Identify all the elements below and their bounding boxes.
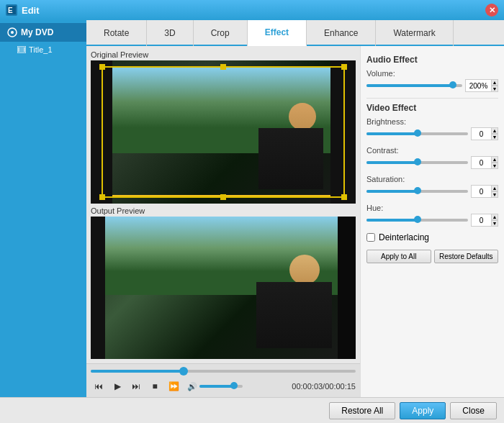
handle-br[interactable] bbox=[341, 194, 347, 200]
sidebar: My DVD Title_1 bbox=[0, 20, 86, 397]
next-frame-button[interactable]: ⏭ bbox=[128, 378, 144, 394]
saturation-label: Saturation: bbox=[366, 175, 498, 183]
restore-all-button[interactable]: Restore All bbox=[329, 402, 395, 419]
tab-enhance[interactable]: Enhance bbox=[307, 20, 376, 46]
hue-spin-down[interactable]: ▼ bbox=[491, 220, 498, 227]
controls-row: ⏮ ▶ ⏭ ■ ⏩ 🔊 00:00:03/00:00:15 bbox=[91, 378, 356, 394]
original-preview-box bbox=[91, 60, 356, 204]
bottom-bar: Restore All Apply Close bbox=[0, 397, 504, 423]
handle-bl[interactable] bbox=[99, 194, 105, 200]
orig-left-bar bbox=[91, 60, 112, 204]
brightness-spin-down[interactable]: ▼ bbox=[491, 134, 498, 140]
volume-slider-track[interactable] bbox=[366, 84, 462, 87]
progress-fill bbox=[91, 370, 184, 373]
playback-area: ⏮ ▶ ⏭ ■ ⏩ 🔊 00:00:03/00:00:15 bbox=[86, 363, 360, 397]
contrast-spin-up[interactable]: ▲ bbox=[491, 156, 498, 163]
deinterlacing-checkbox[interactable] bbox=[366, 233, 375, 242]
progress-thumb[interactable] bbox=[179, 367, 188, 376]
right-panel: Audio Effect Volume: 200% ▲ ▼ bbox=[360, 46, 504, 397]
svg-text:E: E bbox=[8, 6, 13, 14]
tab-3d[interactable]: 3D bbox=[147, 20, 193, 46]
volume-container: 🔊 bbox=[187, 382, 243, 391]
brightness-slider-row: 0 ▲ ▼ bbox=[366, 127, 498, 140]
volume-icon: 🔊 bbox=[187, 382, 197, 391]
svg-rect-6 bbox=[24, 47, 25, 52]
apply-button[interactable]: Apply bbox=[400, 402, 446, 419]
saturation-spin-up[interactable]: ▲ bbox=[491, 185, 498, 191]
svg-rect-5 bbox=[18, 47, 19, 52]
apply-to-all-button[interactable]: Apply to All bbox=[366, 250, 431, 263]
preview-controls-area: Original Preview bbox=[86, 46, 360, 397]
play-button[interactable]: ▶ bbox=[109, 378, 125, 394]
brightness-param: Brightness: 0 ▲ ▼ bbox=[366, 117, 498, 140]
hue-thumb[interactable] bbox=[414, 216, 421, 223]
svg-point-3 bbox=[11, 31, 14, 34]
original-video-frame bbox=[91, 60, 356, 204]
time-display: 00:00:03/00:00:15 bbox=[292, 382, 356, 391]
sidebar-item-title1[interactable]: Title_1 bbox=[0, 42, 86, 58]
orig-right-bar bbox=[330, 60, 356, 204]
original-preview-section: Original Preview bbox=[91, 50, 356, 204]
volume-spinners: ▲ ▼ bbox=[491, 79, 498, 92]
handle-tm[interactable] bbox=[220, 64, 226, 70]
deinterlacing-label: Deinterlacing bbox=[379, 232, 429, 242]
preview-area: Original Preview bbox=[86, 46, 360, 363]
orig-head bbox=[289, 103, 316, 130]
contrast-param: Contrast: 0 ▲ ▼ bbox=[366, 146, 498, 169]
volume-param: Volume: 200% ▲ ▼ bbox=[366, 69, 498, 92]
output-preview-box bbox=[91, 217, 356, 360]
progress-bar-container[interactable] bbox=[91, 367, 356, 376]
close-window-button[interactable]: ✕ bbox=[485, 4, 498, 17]
restore-defaults-button[interactable]: Restore Defaults bbox=[434, 250, 499, 263]
handle-bm[interactable] bbox=[220, 194, 226, 200]
volume-spin-down[interactable]: ▼ bbox=[491, 86, 498, 92]
hue-param: Hue: 0 ▲ ▼ bbox=[366, 204, 498, 227]
brightness-thumb[interactable] bbox=[414, 129, 421, 137]
volume-thumb[interactable] bbox=[230, 382, 238, 389]
brightness-spin-up[interactable]: ▲ bbox=[491, 127, 498, 134]
contrast-spinners: ▲ ▼ bbox=[491, 156, 498, 169]
tab-crop[interactable]: Crop bbox=[194, 20, 248, 46]
brightness-track[interactable] bbox=[366, 132, 468, 135]
saturation-value: 0 bbox=[471, 185, 491, 198]
handle-tr[interactable] bbox=[341, 64, 347, 70]
title-bar: E Edit ✕ bbox=[0, 0, 504, 20]
handle-tl[interactable] bbox=[99, 64, 105, 70]
brightness-spinners: ▲ ▼ bbox=[491, 127, 498, 140]
sidebar-title1-label: Title_1 bbox=[29, 45, 53, 54]
saturation-slider-row: 0 ▲ ▼ bbox=[366, 185, 498, 198]
volume-slider-thumb[interactable] bbox=[449, 81, 456, 88]
progress-track[interactable] bbox=[91, 370, 356, 373]
app-icon: E bbox=[6, 4, 17, 16]
contrast-spin-down[interactable]: ▼ bbox=[491, 163, 498, 169]
volume-slider-fill bbox=[366, 84, 453, 87]
orig-figure bbox=[251, 103, 330, 189]
contrast-track[interactable] bbox=[366, 161, 468, 164]
tab-watermark[interactable]: Watermark bbox=[376, 20, 453, 46]
hue-value: 0 bbox=[471, 214, 491, 227]
skip-forward-button[interactable]: ⏩ bbox=[166, 378, 181, 394]
main-layout: My DVD Title_1 Rotate 3D Crop Effect Enh… bbox=[0, 20, 504, 397]
volume-spin-up[interactable]: ▲ bbox=[491, 79, 498, 86]
saturation-spin-down[interactable]: ▼ bbox=[491, 191, 498, 198]
out-head bbox=[289, 255, 320, 285]
tab-rotate[interactable]: Rotate bbox=[86, 20, 147, 46]
hue-value-group: 0 ▲ ▼ bbox=[471, 214, 498, 227]
contrast-value-group: 0 ▲ ▼ bbox=[471, 156, 498, 169]
tab-effect[interactable]: Effect bbox=[248, 20, 307, 46]
contrast-thumb[interactable] bbox=[414, 158, 421, 165]
saturation-track[interactable] bbox=[366, 190, 468, 193]
out-right-bar bbox=[338, 217, 356, 360]
volume-track[interactable] bbox=[199, 385, 243, 388]
saturation-thumb[interactable] bbox=[414, 187, 421, 194]
stop-button[interactable]: ■ bbox=[147, 378, 163, 394]
volume-label: Volume: bbox=[366, 69, 498, 78]
hue-fill bbox=[366, 219, 418, 222]
out-left-bar bbox=[91, 217, 105, 360]
hue-track[interactable] bbox=[366, 219, 468, 222]
hue-spin-up[interactable]: ▲ bbox=[491, 214, 498, 220]
saturation-fill bbox=[366, 190, 418, 193]
close-button[interactable]: Close bbox=[450, 402, 497, 419]
skip-back-button[interactable]: ⏮ bbox=[91, 378, 107, 394]
contrast-slider-row: 0 ▲ ▼ bbox=[366, 156, 498, 169]
